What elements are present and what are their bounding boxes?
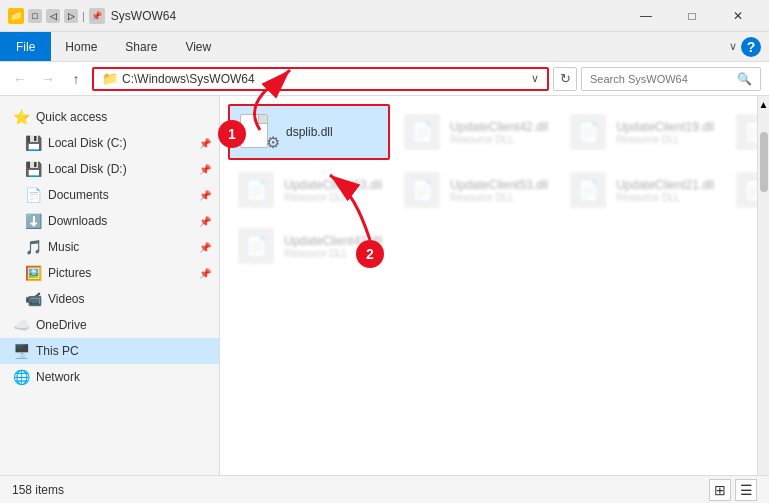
file-item-blurred-5[interactable]: 📄 UpdateClient53.dll Resource DLL xyxy=(394,164,556,216)
blurred-meta-4: Resource DLL xyxy=(284,192,382,203)
sidebar-item-documents[interactable]: 📄 Documents 📌 xyxy=(0,182,219,208)
content-area: ⚙ dsplib.dll 📄 UpdateClient42.dll Resour… xyxy=(220,96,757,475)
close-button[interactable]: ✕ xyxy=(715,0,761,32)
pin-d-icon: 📌 xyxy=(199,164,211,175)
blurred-icon-8: 📄 xyxy=(236,226,276,266)
file-item-dsplib[interactable]: ⚙ dsplib.dll xyxy=(228,104,390,160)
list-view-button[interactable]: ☰ xyxy=(735,479,757,501)
blurred-name-8: UpdateClient42.dll xyxy=(284,234,382,248)
blurred-meta-6: Resource DLL xyxy=(616,192,714,203)
search-input[interactable] xyxy=(590,73,733,85)
blurred-info-8: UpdateClient42.dll Resource DLL xyxy=(284,234,382,259)
sidebar-label-videos: Videos xyxy=(48,292,211,306)
scrollbar-thumb[interactable] xyxy=(760,132,768,192)
sidebar-item-this-pc[interactable]: 🖥️ This PC xyxy=(0,338,219,364)
blurred-meta-2: Resource DLL xyxy=(616,134,714,145)
blurred-info-6: UpdateClient21.dll Resource DLL xyxy=(616,178,714,203)
nav2-icon: ▷ xyxy=(64,9,78,23)
sidebar-item-quick-access[interactable]: ⭐ Quick access xyxy=(0,104,219,130)
sidebar-item-videos[interactable]: 📹 Videos xyxy=(0,286,219,312)
blurred-name-1: UpdateClient42.dll xyxy=(450,120,548,134)
blurred-icon-3: 📄 xyxy=(734,112,757,152)
view-controls: ⊞ ☰ xyxy=(709,479,757,501)
menu-file[interactable]: File xyxy=(0,32,51,61)
pin-music-icon: 📌 xyxy=(199,242,211,253)
file-item-blurred-2[interactable]: 📄 UpdateClient19.dll Resource DLL xyxy=(560,104,722,160)
dsplib-icon-area: ⚙ xyxy=(238,112,278,152)
blurred-file-icon-8: 📄 xyxy=(238,228,274,264)
file-item-blurred-1[interactable]: 📄 UpdateClient42.dll Resource DLL xyxy=(394,104,556,160)
menu-share[interactable]: Share xyxy=(111,32,171,61)
up-button[interactable]: ↑ xyxy=(64,67,88,91)
window-controls: — □ ✕ xyxy=(623,0,761,32)
file-grid: ⚙ dsplib.dll 📄 UpdateClient42.dll Resour… xyxy=(220,96,757,475)
file-item-blurred-3[interactable]: 📄 UpdateClient65.dll Resource DLL xyxy=(726,104,757,160)
title-separator: | xyxy=(82,10,85,22)
blurred-info-5: UpdateClient53.dll Resource DLL xyxy=(450,178,548,203)
file-item-blurred-4[interactable]: 📄 UpdateClient63.dll Resource DLL xyxy=(228,164,390,216)
scroll-up-button[interactable]: ▲ xyxy=(758,96,770,112)
sidebar-label-downloads: Downloads xyxy=(48,214,193,228)
forward-button[interactable]: → xyxy=(36,67,60,91)
menu-right: ∨ ? xyxy=(729,37,769,57)
address-text: C:\Windows\SysWOW64 xyxy=(122,72,255,86)
sidebar-item-downloads[interactable]: ⬇️ Downloads 📌 xyxy=(0,208,219,234)
sidebar-item-network[interactable]: 🌐 Network xyxy=(0,364,219,390)
address-folder-icon: 📁 xyxy=(102,71,118,86)
blurred-icon-4: 📄 xyxy=(236,170,276,210)
address-bar: ← → ↑ 📁 C:\Windows\SysWOW64 ∨ ↻ 🔍 xyxy=(0,62,769,96)
network-icon: 🌐 xyxy=(12,369,30,385)
file-item-blurred-6[interactable]: 📄 UpdateClient21.dll Resource DLL xyxy=(560,164,722,216)
address-dropdown-icon: ∨ xyxy=(531,72,539,85)
sidebar-item-local-disk-c[interactable]: 💾 Local Disk (C:) 📌 xyxy=(0,130,219,156)
blurred-icon-5: 📄 xyxy=(402,170,442,210)
blurred-icon-6: 📄 xyxy=(568,170,608,210)
back-button[interactable]: ← xyxy=(8,67,32,91)
sidebar-item-pictures[interactable]: 🖼️ Pictures 📌 xyxy=(0,260,219,286)
content-wrapper: ⚙ dsplib.dll 📄 UpdateClient42.dll Resour… xyxy=(220,96,769,475)
blurred-icon-2: 📄 xyxy=(568,112,608,152)
sidebar-label-this-pc: This PC xyxy=(36,344,211,358)
title-bar-icons: 📁 □ ◁ ▷ | 📌 xyxy=(8,8,105,24)
sidebar-item-local-disk-d[interactable]: 💾 Local Disk (D:) 📌 xyxy=(0,156,219,182)
pin-dl-icon: 📌 xyxy=(199,216,211,227)
blurred-file-icon-7: 📄 xyxy=(736,172,757,208)
blurred-file-icon-5: 📄 xyxy=(404,172,440,208)
pin-pics-icon: 📌 xyxy=(199,268,211,279)
menu-view[interactable]: View xyxy=(171,32,225,61)
search-icon: 🔍 xyxy=(737,72,752,86)
blurred-meta-8: Resource DLL xyxy=(284,248,382,259)
blurred-icon-1: 📄 xyxy=(402,112,442,152)
title-bar: 📁 □ ◁ ▷ | 📌 SysWOW64 — □ ✕ xyxy=(0,0,769,32)
downloads-icon: ⬇️ xyxy=(24,213,42,229)
item-count: 158 items xyxy=(12,483,64,497)
help-icon[interactable]: ? xyxy=(741,37,761,57)
scrollbar[interactable]: ▲ xyxy=(757,96,769,475)
sidebar-label-network: Network xyxy=(36,370,211,384)
sidebar-item-onedrive[interactable]: ☁️ OneDrive xyxy=(0,312,219,338)
file-item-blurred-8[interactable]: 📄 UpdateClient42.dll Resource DLL xyxy=(228,220,390,272)
grid-view-button[interactable]: ⊞ xyxy=(709,479,731,501)
address-path[interactable]: 📁 C:\Windows\SysWOW64 ∨ xyxy=(92,67,549,91)
pin-icon: 📌 xyxy=(89,8,105,24)
pin-c-icon: 📌 xyxy=(199,138,211,149)
menu-home[interactable]: Home xyxy=(51,32,111,61)
sidebar-label-music: Music xyxy=(48,240,193,254)
minimize-button[interactable]: — xyxy=(623,0,669,32)
local-disk-c-icon: 💾 xyxy=(24,135,42,151)
sidebar-item-music[interactable]: 🎵 Music 📌 xyxy=(0,234,219,260)
blurred-file-icon-3: 📄 xyxy=(736,114,757,150)
documents-icon: 📄 xyxy=(24,187,42,203)
window-title: SysWOW64 xyxy=(111,9,617,23)
file-item-blurred-7[interactable]: 📄 UpdateClient5.dll Resource DLL xyxy=(726,164,757,216)
dll-file-icon: ⚙ xyxy=(240,114,276,150)
search-box[interactable]: 🔍 xyxy=(581,67,761,91)
onedrive-icon: ☁️ xyxy=(12,317,30,333)
folder-icon: 📁 xyxy=(8,8,24,24)
blurred-info-4: UpdateClient63.dll Resource DLL xyxy=(284,178,382,203)
blurred-meta-1: Resource DLL xyxy=(450,134,548,145)
main-area: ⭐ Quick access 💾 Local Disk (C:) 📌 💾 Loc… xyxy=(0,96,769,475)
maximize-button[interactable]: □ xyxy=(669,0,715,32)
refresh-button[interactable]: ↻ xyxy=(553,67,577,91)
dsplib-info: dsplib.dll xyxy=(286,125,333,139)
